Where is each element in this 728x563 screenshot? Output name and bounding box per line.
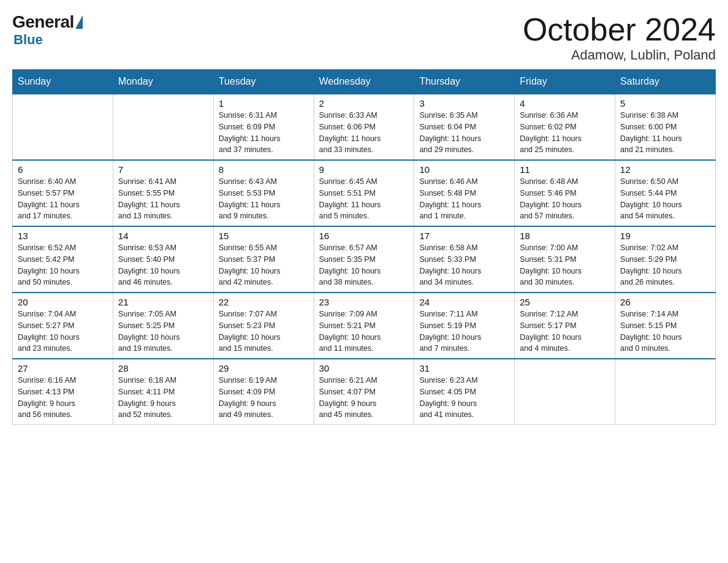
day-info: Sunrise: 6:36 AMSunset: 6:02 PMDaylight:… <box>520 110 610 156</box>
weekday-header-monday: Monday <box>113 70 213 94</box>
calendar-cell: 1Sunrise: 6:31 AMSunset: 6:09 PMDaylight… <box>213 94 314 160</box>
day-number: 22 <box>219 297 309 307</box>
calendar-cell <box>13 94 113 160</box>
day-number: 11 <box>520 164 610 175</box>
day-number: 25 <box>520 297 610 307</box>
calendar-cell: 26Sunrise: 7:14 AMSunset: 5:15 PMDayligh… <box>615 293 716 359</box>
weekday-header-sunday: Sunday <box>13 70 113 94</box>
calendar-week-row: 6Sunrise: 6:40 AMSunset: 5:57 PMDaylight… <box>13 160 716 226</box>
calendar-week-row: 27Sunrise: 6:16 AMSunset: 4:13 PMDayligh… <box>13 359 716 425</box>
weekday-header-friday: Friday <box>515 70 615 94</box>
day-info: Sunrise: 6:53 AMSunset: 5:40 PMDaylight:… <box>118 242 208 288</box>
day-info: Sunrise: 6:18 AMSunset: 4:11 PMDaylight:… <box>118 375 208 421</box>
calendar-cell: 3Sunrise: 6:35 AMSunset: 6:04 PMDaylight… <box>414 94 515 160</box>
weekday-header-thursday: Thursday <box>414 70 515 94</box>
day-number: 29 <box>219 363 309 373</box>
calendar-cell: 22Sunrise: 7:07 AMSunset: 5:23 PMDayligh… <box>213 293 314 359</box>
calendar-cell: 12Sunrise: 6:50 AMSunset: 5:44 PMDayligh… <box>615 160 716 226</box>
calendar-cell <box>515 359 615 425</box>
title-area: October 2024 Adamow, Lublin, Poland <box>523 12 716 63</box>
day-number: 2 <box>319 98 409 109</box>
day-info: Sunrise: 7:14 AMSunset: 5:15 PMDaylight:… <box>620 308 710 354</box>
day-info: Sunrise: 6:40 AMSunset: 5:57 PMDaylight:… <box>18 176 108 222</box>
calendar-cell: 30Sunrise: 6:21 AMSunset: 4:07 PMDayligh… <box>314 359 414 425</box>
calendar-cell: 4Sunrise: 6:36 AMSunset: 6:02 PMDaylight… <box>515 94 615 160</box>
logo-general-text: General <box>12 12 74 32</box>
day-number: 20 <box>18 297 108 307</box>
day-info: Sunrise: 6:58 AMSunset: 5:33 PMDaylight:… <box>419 242 509 288</box>
day-info: Sunrise: 6:50 AMSunset: 5:44 PMDaylight:… <box>620 176 710 222</box>
day-info: Sunrise: 6:21 AMSunset: 4:07 PMDaylight:… <box>319 375 409 421</box>
day-info: Sunrise: 6:43 AMSunset: 5:53 PMDaylight:… <box>219 176 309 222</box>
day-info: Sunrise: 7:09 AMSunset: 5:21 PMDaylight:… <box>319 308 409 354</box>
day-number: 16 <box>319 231 409 241</box>
calendar-cell: 19Sunrise: 7:02 AMSunset: 5:29 PMDayligh… <box>615 226 716 293</box>
calendar-cell: 10Sunrise: 6:46 AMSunset: 5:48 PMDayligh… <box>414 160 515 226</box>
day-info: Sunrise: 6:52 AMSunset: 5:42 PMDaylight:… <box>18 242 108 288</box>
calendar-week-row: 20Sunrise: 7:04 AMSunset: 5:27 PMDayligh… <box>13 293 716 359</box>
day-number: 7 <box>118 164 208 175</box>
day-number: 27 <box>18 363 108 373</box>
calendar-cell: 11Sunrise: 6:48 AMSunset: 5:46 PMDayligh… <box>515 160 615 226</box>
day-info: Sunrise: 7:00 AMSunset: 5:31 PMDaylight:… <box>520 242 610 288</box>
day-number: 30 <box>319 363 409 373</box>
calendar-cell: 13Sunrise: 6:52 AMSunset: 5:42 PMDayligh… <box>13 226 113 293</box>
day-info: Sunrise: 6:46 AMSunset: 5:48 PMDaylight:… <box>419 176 509 222</box>
calendar-cell: 24Sunrise: 7:11 AMSunset: 5:19 PMDayligh… <box>414 293 515 359</box>
logo-triangle-icon <box>75 15 83 29</box>
day-info: Sunrise: 6:48 AMSunset: 5:46 PMDaylight:… <box>520 176 610 222</box>
day-number: 17 <box>419 231 509 241</box>
day-number: 13 <box>18 231 108 241</box>
day-number: 18 <box>520 231 610 241</box>
calendar-cell: 21Sunrise: 7:05 AMSunset: 5:25 PMDayligh… <box>113 293 213 359</box>
day-number: 19 <box>620 231 710 241</box>
calendar-cell: 2Sunrise: 6:33 AMSunset: 6:06 PMDaylight… <box>314 94 414 160</box>
day-info: Sunrise: 6:35 AMSunset: 6:04 PMDaylight:… <box>419 110 509 156</box>
weekday-header-saturday: Saturday <box>615 70 716 94</box>
calendar-week-row: 13Sunrise: 6:52 AMSunset: 5:42 PMDayligh… <box>13 226 716 293</box>
calendar-cell: 25Sunrise: 7:12 AMSunset: 5:17 PMDayligh… <box>515 293 615 359</box>
page-header: General Blue October 2024 Adamow, Lublin… <box>12 12 716 63</box>
calendar-cell <box>113 94 213 160</box>
weekday-header-tuesday: Tuesday <box>213 70 314 94</box>
day-number: 8 <box>219 164 309 175</box>
day-info: Sunrise: 7:07 AMSunset: 5:23 PMDaylight:… <box>219 308 309 354</box>
calendar-cell: 5Sunrise: 6:38 AMSunset: 6:00 PMDaylight… <box>615 94 716 160</box>
day-number: 6 <box>18 164 108 175</box>
day-number: 26 <box>620 297 710 307</box>
day-info: Sunrise: 6:57 AMSunset: 5:35 PMDaylight:… <box>319 242 409 288</box>
day-number: 9 <box>319 164 409 175</box>
day-info: Sunrise: 6:33 AMSunset: 6:06 PMDaylight:… <box>319 110 409 156</box>
day-info: Sunrise: 6:23 AMSunset: 4:05 PMDaylight:… <box>419 375 509 421</box>
day-number: 15 <box>219 231 309 241</box>
month-title: October 2024 <box>523 12 716 47</box>
calendar-cell: 27Sunrise: 6:16 AMSunset: 4:13 PMDayligh… <box>13 359 113 425</box>
calendar-cell: 8Sunrise: 6:43 AMSunset: 5:53 PMDaylight… <box>213 160 314 226</box>
day-info: Sunrise: 6:41 AMSunset: 5:55 PMDaylight:… <box>118 176 208 222</box>
calendar-cell: 31Sunrise: 6:23 AMSunset: 4:05 PMDayligh… <box>414 359 515 425</box>
calendar-cell: 20Sunrise: 7:04 AMSunset: 5:27 PMDayligh… <box>13 293 113 359</box>
day-number: 24 <box>419 297 509 307</box>
day-info: Sunrise: 6:31 AMSunset: 6:09 PMDaylight:… <box>219 110 309 156</box>
calendar-week-row: 1Sunrise: 6:31 AMSunset: 6:09 PMDaylight… <box>13 94 716 160</box>
day-info: Sunrise: 6:45 AMSunset: 5:51 PMDaylight:… <box>319 176 409 222</box>
day-number: 5 <box>620 98 710 109</box>
calendar-cell: 23Sunrise: 7:09 AMSunset: 5:21 PMDayligh… <box>314 293 414 359</box>
day-number: 4 <box>520 98 610 109</box>
calendar-cell: 16Sunrise: 6:57 AMSunset: 5:35 PMDayligh… <box>314 226 414 293</box>
day-info: Sunrise: 6:38 AMSunset: 6:00 PMDaylight:… <box>620 110 710 156</box>
day-info: Sunrise: 7:05 AMSunset: 5:25 PMDaylight:… <box>118 308 208 354</box>
day-number: 14 <box>118 231 208 241</box>
day-number: 12 <box>620 164 710 175</box>
day-number: 31 <box>419 363 509 373</box>
day-number: 28 <box>118 363 208 373</box>
day-number: 21 <box>118 297 208 307</box>
day-number: 10 <box>419 164 509 175</box>
weekday-header-wednesday: Wednesday <box>314 70 414 94</box>
day-number: 1 <box>219 98 309 109</box>
day-info: Sunrise: 6:55 AMSunset: 5:37 PMDaylight:… <box>219 242 309 288</box>
calendar-cell: 6Sunrise: 6:40 AMSunset: 5:57 PMDaylight… <box>13 160 113 226</box>
calendar-cell: 15Sunrise: 6:55 AMSunset: 5:37 PMDayligh… <box>213 226 314 293</box>
day-number: 3 <box>419 98 509 109</box>
calendar-table: SundayMondayTuesdayWednesdayThursdayFrid… <box>12 69 716 425</box>
